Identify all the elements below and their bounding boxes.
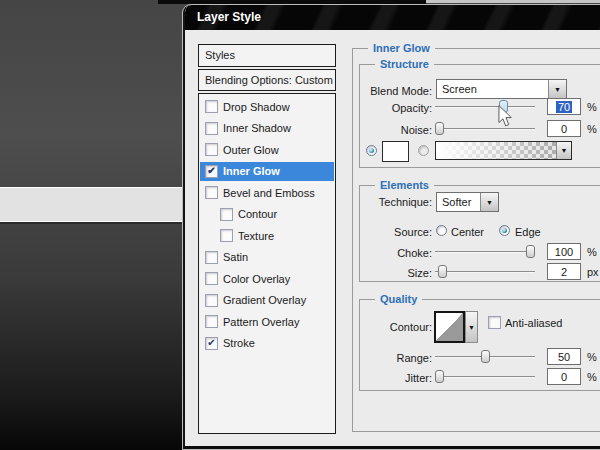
styles-list-item-label: Color Overlay	[223, 273, 290, 285]
choke-slider-track[interactable]	[435, 251, 535, 253]
chevron-down-icon[interactable]: ▼	[465, 311, 478, 343]
styles-list-item-label: Texture	[238, 230, 274, 242]
noise-slider-thumb[interactable]	[435, 122, 444, 135]
technique-value: Softer	[437, 196, 480, 208]
dialog-titlebar[interactable]: Layer Style	[185, 5, 600, 30]
jitter-field[interactable]: 0	[547, 368, 581, 385]
opacity-slider-track[interactable]	[435, 106, 535, 108]
styles-list-item-texture[interactable]: Texture	[199, 225, 335, 247]
chevron-down-icon[interactable]: ▼	[548, 80, 566, 98]
styles-list-item-inner-shadow[interactable]: Inner Shadow	[199, 118, 335, 140]
unchecked-checkbox[interactable]	[205, 122, 218, 135]
chevron-down-icon[interactable]: ▼	[480, 193, 498, 211]
styles-list-item-label: Stroke	[223, 337, 255, 349]
unchecked-checkbox[interactable]	[205, 143, 218, 156]
contour-thumbnail[interactable]	[434, 311, 465, 343]
styles-list-item-label: Bevel and Emboss	[223, 187, 315, 199]
opacity-slider[interactable]	[435, 100, 535, 114]
blend-mode-label: Blend Mode:	[355, 85, 432, 97]
checked-checkbox[interactable]: ✔	[205, 165, 218, 178]
checked-checkbox[interactable]: ✔	[205, 337, 218, 350]
inner-glow-group-title: Inner Glow	[368, 42, 435, 54]
choke-value: 100	[555, 246, 573, 258]
styles-list-item-inner-glow[interactable]: ✔Inner Glow	[200, 162, 334, 181]
size-slider-thumb[interactable]	[438, 265, 447, 278]
source-label: Source:	[355, 226, 432, 238]
jitter-slider-thumb[interactable]	[435, 370, 444, 383]
styles-list-item-drop-shadow[interactable]: Drop Shadow	[199, 96, 335, 118]
unchecked-checkbox[interactable]	[220, 229, 233, 242]
unchecked-checkbox[interactable]	[205, 272, 218, 285]
gradient-picker[interactable]: ▼	[435, 141, 572, 160]
technique-dropdown[interactable]: Softer ▼	[436, 192, 499, 212]
size-slider[interactable]	[435, 265, 535, 279]
size-label: Size:	[355, 267, 432, 279]
unchecked-checkbox[interactable]	[220, 208, 233, 221]
opacity-unit: %	[587, 101, 597, 113]
styles-list-item-pattern-overlay[interactable]: Pattern Overlay	[199, 311, 335, 333]
styles-header[interactable]: Styles	[198, 44, 336, 67]
antialiased-checkbox[interactable]	[488, 316, 501, 329]
styles-list-item-label: Contour	[238, 208, 277, 220]
unchecked-checkbox[interactable]	[205, 294, 218, 307]
styles-list-item-label: Drop Shadow	[223, 101, 290, 113]
unchecked-checkbox[interactable]	[205, 100, 218, 113]
jitter-slider-track[interactable]	[435, 376, 535, 378]
choke-field[interactable]: 100	[547, 243, 581, 260]
range-slider[interactable]	[435, 350, 535, 364]
blend-mode-dropdown[interactable]: Screen ▼	[436, 79, 567, 99]
screenshot-root: Layer Style Styles Blending Options: Cus…	[0, 0, 600, 450]
unchecked-checkbox[interactable]	[205, 251, 218, 264]
solid-color-radio[interactable]	[366, 145, 377, 156]
range-field[interactable]: 50	[547, 348, 581, 365]
noise-field[interactable]: 0	[547, 120, 581, 137]
styles-list-item-label: Inner Glow	[223, 165, 280, 177]
source-edge-label: Edge	[515, 226, 541, 238]
opacity-label: Opacity:	[355, 102, 432, 114]
antialiased-label: Anti-aliased	[505, 317, 562, 329]
jitter-unit: %	[587, 371, 597, 383]
styles-list-item-label: Satin	[223, 251, 248, 263]
styles-list-item-stroke[interactable]: ✔Stroke	[199, 333, 335, 355]
size-field[interactable]: 2	[547, 263, 581, 280]
range-label: Range:	[355, 352, 432, 364]
styles-list-item-contour[interactable]: Contour	[199, 204, 335, 226]
unchecked-checkbox[interactable]	[205, 315, 218, 328]
source-center-radio[interactable]	[436, 225, 447, 236]
background-workspace-strip	[426, 0, 600, 3]
styles-list-item-outer-glow[interactable]: Outer Glow	[199, 139, 335, 161]
choke-label: Choke:	[355, 247, 432, 259]
jitter-value: 0	[561, 371, 567, 383]
gradient-preview[interactable]	[436, 142, 556, 159]
range-unit: %	[587, 351, 597, 363]
gradient-radio[interactable]	[418, 145, 429, 156]
size-slider-track[interactable]	[435, 271, 535, 273]
choke-slider-thumb[interactable]	[526, 245, 535, 258]
noise-slider[interactable]	[435, 122, 535, 136]
opacity-field[interactable]: 70	[547, 98, 581, 115]
glow-color-swatch[interactable]	[382, 141, 409, 162]
styles-list-item-bevel-and-emboss[interactable]: Bevel and Emboss	[199, 182, 335, 204]
styles-list-item-label: Outer Glow	[223, 144, 279, 156]
chevron-down-icon[interactable]: ▼	[556, 142, 571, 159]
contour-label: Contour:	[355, 321, 432, 333]
jitter-slider[interactable]	[435, 370, 535, 384]
styles-header-label: Styles	[205, 49, 235, 61]
styles-list-item-satin[interactable]: Satin	[199, 247, 335, 269]
styles-list-item-label: Pattern Overlay	[223, 316, 299, 328]
background-banner-strip	[158, 0, 426, 4]
styles-list-item-color-overlay[interactable]: Color Overlay	[199, 268, 335, 290]
choke-slider[interactable]	[435, 245, 535, 259]
technique-label: Technique:	[355, 196, 432, 208]
unchecked-checkbox[interactable]	[205, 186, 218, 199]
size-unit: px	[587, 266, 599, 278]
blending-options-item[interactable]: Blending Options: Custom	[198, 69, 336, 91]
mouse-cursor	[497, 105, 513, 128]
styles-list-item-gradient-overlay[interactable]: Gradient Overlay	[199, 290, 335, 312]
noise-value: 0	[561, 123, 567, 135]
jitter-label: Jitter:	[355, 372, 432, 384]
noise-slider-track[interactable]	[435, 128, 535, 130]
source-edge-radio[interactable]	[499, 225, 510, 236]
quality-group-title: Quality	[375, 293, 422, 305]
range-slider-thumb[interactable]	[481, 350, 490, 363]
